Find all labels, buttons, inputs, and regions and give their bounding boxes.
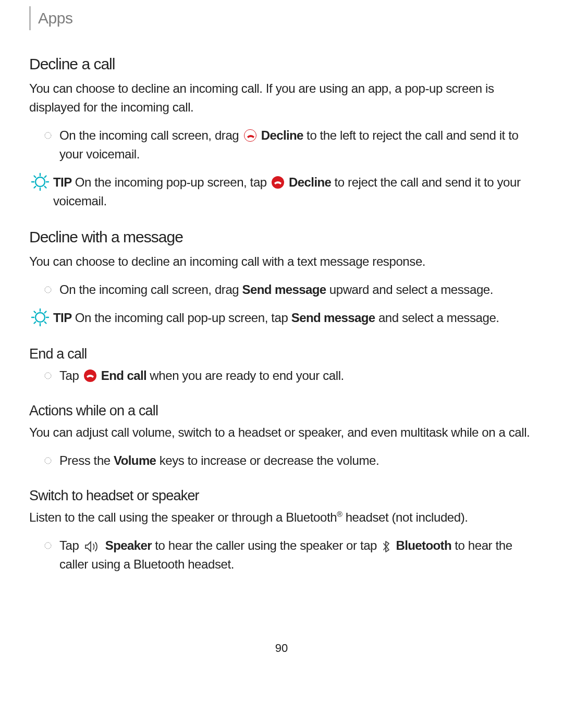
end-call-icon: [84, 369, 96, 382]
tip-decline: TIP On the incoming pop-up screen, tap D…: [29, 173, 534, 211]
para-actions-on-call: You can adjust call volume, switch to a …: [29, 423, 534, 442]
decline-icon: [272, 176, 284, 189]
bullet-send-message: On the incoming call screen, drag Send m…: [44, 280, 534, 299]
bluetooth-icon: [381, 539, 391, 552]
svg-point-6: [45, 542, 51, 549]
bullet-icon: [44, 131, 52, 140]
tip-send-message: TIP On the incoming call pop-up screen, …: [29, 309, 534, 328]
heading-decline-call: Decline a call: [29, 55, 534, 73]
bullet-end-call: Tap End call when you are ready to end y…: [44, 366, 534, 385]
svg-point-1: [35, 177, 45, 187]
bullet-text: On the incoming call screen, drag Send m…: [59, 280, 493, 299]
header-title: Apps: [38, 9, 72, 27]
svg-point-3: [35, 313, 45, 322]
heading-decline-msg: Decline with a message: [29, 228, 534, 246]
decline-icon: [244, 129, 256, 142]
bullet-text: Press the Volume keys to increase or dec…: [59, 451, 379, 470]
svg-point-5: [45, 458, 51, 464]
section-header: Apps: [29, 6, 534, 30]
svg-point-2: [45, 287, 51, 293]
bullet-volume: Press the Volume keys to increase or dec…: [44, 451, 534, 470]
bullet-icon: [44, 372, 52, 380]
heading-actions-on-call: Actions while on a call: [29, 403, 534, 419]
bullet-text: On the incoming call screen, drag Declin…: [59, 126, 534, 164]
para-decline-call: You can choose to decline an incoming ca…: [29, 79, 534, 117]
bullet-icon: [44, 541, 52, 550]
para-headset-speaker: Listen to the call using the speaker or …: [29, 508, 534, 527]
lightbulb-icon: [29, 306, 51, 328]
tip-text: TIP On the incoming pop-up screen, tap D…: [53, 173, 534, 211]
bullet-text: Tap Speaker to hear the caller using the…: [59, 536, 534, 574]
bullet-icon: [44, 456, 52, 465]
page-number: 90: [29, 641, 534, 655]
header-divider: [29, 6, 31, 30]
bullet-icon: [44, 286, 52, 294]
bullet-decline-drag: On the incoming call screen, drag Declin…: [44, 126, 534, 164]
svg-point-0: [45, 132, 51, 139]
speaker-icon: [83, 539, 101, 552]
svg-point-4: [45, 373, 51, 379]
lightbulb-icon: [29, 171, 51, 193]
bullet-text: Tap End call when you are ready to end y…: [59, 366, 344, 385]
bullet-speaker-bluetooth: Tap Speaker to hear the caller using the…: [44, 536, 534, 574]
heading-end-call: End a call: [29, 346, 534, 362]
heading-headset-speaker: Switch to headset or speaker: [29, 488, 534, 504]
para-decline-msg: You can choose to decline an incoming ca…: [29, 252, 534, 271]
tip-text: TIP On the incoming call pop-up screen, …: [53, 309, 534, 327]
